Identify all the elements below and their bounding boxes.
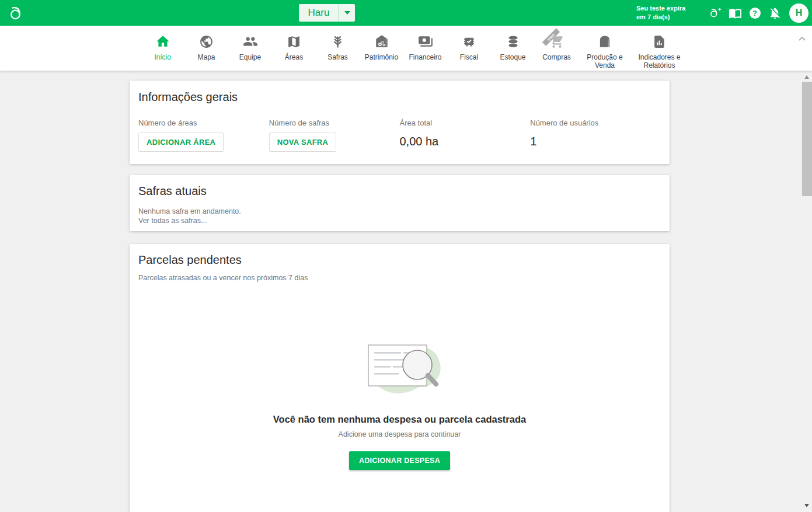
people-icon [243, 33, 258, 49]
see-all-seasons-link[interactable]: Ver todas as safras... [138, 216, 661, 225]
users-label: Número de usuários [530, 119, 661, 127]
safras-label: Número de safras [269, 119, 400, 127]
safras-column: Número de safras NOVA SAFRA [269, 119, 400, 152]
book-icon[interactable] [728, 6, 742, 20]
empty-state: Você não tem nenhuma despesa ou parcela … [138, 339, 661, 470]
empty-state-subtitle: Adicione uma despesa para continuar [138, 430, 661, 438]
document-magnifier-illustration [138, 339, 661, 401]
chevron-down-icon[interactable] [339, 11, 355, 15]
users-value: 1 [530, 135, 661, 148]
farm-name: Haru [299, 7, 339, 19]
add-area-button[interactable]: ADICIONAR ÁREA [138, 133, 224, 152]
new-safra-button[interactable]: NOVA SAFRA [269, 133, 337, 152]
nav-item-fiscal[interactable]: Fiscal [447, 26, 491, 71]
no-season-message: Nenhuma safra em andamento. [138, 207, 661, 216]
scrollbar-thumb[interactable] [802, 82, 812, 196]
globe-icon [199, 33, 214, 49]
nav-item-estoque[interactable]: Estoque [491, 26, 535, 71]
home-icon [155, 33, 170, 49]
trial-expiry-text: Seu teste expira em 7 dia(s) [636, 4, 696, 22]
pending-installments-card: Parcelas pendentes Parcelas atrasadas ou… [130, 244, 670, 512]
topbar-right: Seu teste expira em 7 dia(s) ? H [636, 0, 812, 26]
scroll-up-arrow-icon[interactable] [804, 75, 809, 79]
general-info-title: Informações gerais [138, 90, 661, 104]
nav-item-producao-e-venda[interactable]: Produção e Venda [578, 26, 631, 71]
aegro-plus-icon[interactable] [708, 6, 722, 20]
main-content: Informações gerais Número de áreas ADICI… [0, 71, 812, 512]
areas-label: Número de áreas [138, 119, 269, 127]
notifications-off-icon[interactable] [768, 6, 782, 20]
total-area-value: 0,00 ha [400, 135, 531, 148]
report-icon [652, 33, 667, 49]
nav-item-patrimonio[interactable]: Patrimônio [360, 26, 403, 71]
total-area-column: Área total 0,00 ha [400, 119, 531, 152]
general-info-card: Informações gerais Número de áreas ADICI… [130, 81, 670, 164]
barn-tractor-icon [374, 33, 389, 49]
chevron-up-icon[interactable] [798, 33, 806, 44]
current-seasons-card: Safras atuais Nenhuma safra em andamento… [130, 175, 670, 231]
scrollbar[interactable] [802, 71, 812, 512]
add-expense-button[interactable]: ADICIONAR DESPESA [349, 451, 450, 470]
empty-state-title: Você não tem nenhuma despesa ou parcela … [138, 414, 661, 425]
map-icon [287, 33, 301, 49]
nav-item-areas[interactable]: Áreas [272, 26, 316, 71]
nav-item-compras[interactable]: PRO Compras [535, 26, 578, 71]
nav-item-financeiro[interactable]: Financeiro [403, 26, 447, 71]
money-icon [418, 33, 433, 49]
wheat-icon [330, 33, 345, 49]
scroll-down-arrow-icon[interactable] [804, 504, 809, 507]
nav-item-safras[interactable]: Safras [316, 26, 360, 71]
receipt-check-icon [462, 33, 476, 49]
nav-item-equipe[interactable]: Equipe [228, 26, 272, 71]
total-area-label: Área total [400, 119, 531, 127]
pending-installments-subtitle: Parcelas atrasadas ou a vencer nos próxi… [138, 274, 661, 282]
stack-icon [506, 33, 521, 49]
topbar: Haru Seu teste expira em 7 dia(s) ? H [0, 0, 812, 26]
main-navigation: Início Mapa Equipe Áreas Safras [0, 26, 812, 71]
avatar[interactable]: H [789, 4, 808, 23]
cart-icon: PRO [549, 33, 564, 49]
nav-item-inicio[interactable]: Início [141, 26, 184, 71]
nav-item-indicadores-e-relatorios[interactable]: Indicadores e Relatórios [631, 26, 688, 71]
current-seasons-title: Safras atuais [138, 184, 661, 198]
farm-selector[interactable]: Haru [299, 4, 355, 22]
nav-item-mapa[interactable]: Mapa [184, 26, 228, 71]
aegro-logo-icon [8, 4, 24, 22]
silo-icon [597, 33, 612, 49]
areas-column: Número de áreas ADICIONAR ÁREA [138, 119, 269, 152]
pending-installments-title: Parcelas pendentes [138, 253, 661, 267]
users-column: Número de usuários 1 [530, 119, 661, 152]
help-icon[interactable]: ? [748, 6, 762, 20]
